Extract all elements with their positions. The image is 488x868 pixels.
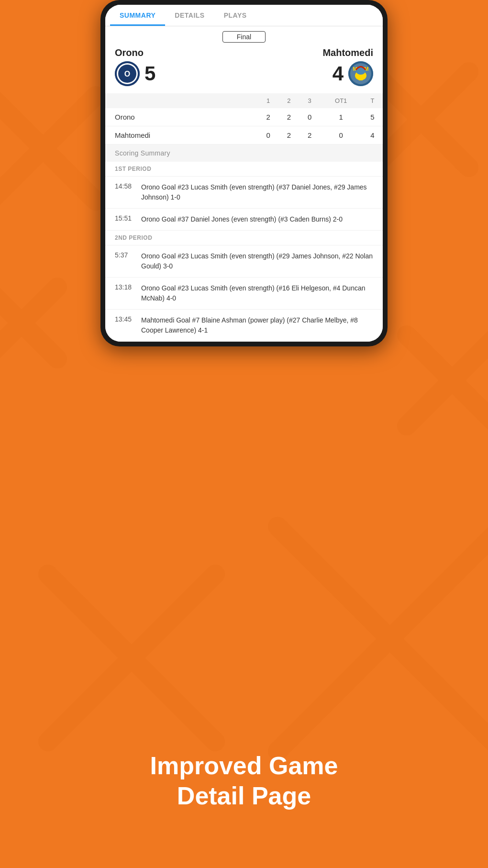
period1-label: 1ST PERIOD bbox=[105, 162, 383, 177]
event-time-3: 5:37 bbox=[115, 251, 141, 271]
event-time-2: 15:51 bbox=[115, 214, 141, 224]
orono-ot1: 1 bbox=[320, 108, 362, 126]
headline-line1: Improved Game bbox=[0, 751, 488, 780]
svg-line-0 bbox=[0, 96, 96, 201]
scoring-event-3: 5:37 Orono Goal #23 Lucas Smith (even st… bbox=[105, 245, 383, 278]
svg-line-3 bbox=[373, 72, 469, 167]
home-score-row: O 5 bbox=[115, 61, 155, 86]
mahtomedi-p2: 2 bbox=[278, 126, 299, 145]
orono-p1: 2 bbox=[258, 108, 278, 126]
total-header: T bbox=[362, 93, 383, 108]
period-header-row: 1 2 3 OT1 T bbox=[105, 93, 383, 108]
tab-plays[interactable]: PLAYS bbox=[214, 5, 256, 26]
phone-frame: SUMMARY DETAILS PLAYS Final Orono bbox=[100, 0, 388, 346]
mahtomedi-score-row: Mahtomedi 0 2 2 0 4 bbox=[105, 126, 383, 145]
phone-screen: SUMMARY DETAILS PLAYS Final Orono bbox=[105, 5, 383, 342]
svg-line-2 bbox=[373, 72, 469, 167]
mahtomedi-p3: 2 bbox=[299, 126, 320, 145]
scoring-event-1: 14:58 Orono Goal #23 Lucas Smith (even s… bbox=[105, 177, 383, 209]
tab-summary[interactable]: SUMMARY bbox=[110, 5, 165, 26]
svg-line-10 bbox=[277, 526, 488, 751]
orono-p2: 2 bbox=[278, 108, 299, 126]
event-desc-3: Orono Goal #23 Lucas Smith (even strengt… bbox=[141, 251, 373, 271]
ot1-header: OT1 bbox=[320, 93, 362, 108]
tab-details[interactable]: DETAILS bbox=[165, 5, 214, 26]
period1-header: 1 bbox=[258, 93, 278, 108]
svg-line-11 bbox=[277, 526, 488, 751]
orono-score-row: Orono 2 2 0 1 5 bbox=[105, 108, 383, 126]
scoring-event-4: 13:18 Orono Goal #23 Lucas Smith (even s… bbox=[105, 278, 383, 310]
svg-line-1 bbox=[0, 96, 96, 201]
event-desc-5: Mahtomedi Goal #7 Blaine Ashman (power p… bbox=[141, 315, 373, 335]
event-time-5: 13:45 bbox=[115, 315, 141, 335]
period2-header: 2 bbox=[278, 93, 299, 108]
svg-line-8 bbox=[48, 574, 215, 742]
away-score-row: 4 MHTM bbox=[333, 61, 373, 86]
away-team-name: Mahtomedi bbox=[322, 47, 373, 58]
home-team-name: Orono bbox=[115, 47, 144, 58]
mahtomedi-team-cell: Mahtomedi bbox=[105, 126, 258, 145]
period-scores-table: 1 2 3 OT1 T Orono 2 2 0 1 5 Mahtomedi bbox=[105, 93, 383, 145]
headline-line2: Detail Page bbox=[0, 781, 488, 811]
period3-header: 3 bbox=[299, 93, 320, 108]
orono-logo: O bbox=[115, 61, 140, 86]
tab-bar: SUMMARY DETAILS PLAYS bbox=[105, 5, 383, 26]
mahtomedi-ot1: 0 bbox=[320, 126, 362, 145]
team-col-header bbox=[105, 93, 258, 108]
mahtomedi-total: 4 bbox=[362, 126, 383, 145]
event-desc-1: Orono Goal #23 Lucas Smith (even strengt… bbox=[141, 182, 373, 202]
away-team: Mahtomedi 4 MHTM bbox=[322, 47, 373, 86]
event-time-4: 13:18 bbox=[115, 283, 141, 303]
svg-line-4 bbox=[0, 287, 57, 359]
orono-p3: 0 bbox=[299, 108, 320, 126]
orono-team-cell: Orono bbox=[105, 108, 258, 126]
orono-total: 5 bbox=[362, 108, 383, 126]
svg-line-5 bbox=[0, 287, 57, 359]
event-desc-4: Orono Goal #23 Lucas Smith (even strengt… bbox=[141, 283, 373, 303]
scoring-event-2: 15:51 Orono Goal #37 Daniel Jones (even … bbox=[105, 209, 383, 231]
svg-line-6 bbox=[407, 335, 488, 426]
scoring-event-5: 13:45 Mahtomedi Goal #7 Blaine Ashman (p… bbox=[105, 310, 383, 342]
svg-text:O: O bbox=[124, 70, 130, 78]
period2-label: 2ND PERIOD bbox=[105, 231, 383, 245]
game-status-badge: Final bbox=[222, 31, 266, 43]
mahtomedi-p1: 0 bbox=[258, 126, 278, 145]
event-time-1: 14:58 bbox=[115, 182, 141, 202]
svg-line-9 bbox=[48, 574, 215, 742]
score-section: Final Orono O bbox=[105, 26, 383, 93]
home-team: Orono O 5 bbox=[115, 47, 155, 86]
svg-rect-20 bbox=[359, 78, 363, 80]
scoring-summary-header: Scoring Summary bbox=[105, 145, 383, 162]
teams-score-row: Orono O 5 bbox=[115, 47, 373, 86]
home-team-score: 5 bbox=[144, 62, 155, 85]
svg-line-7 bbox=[407, 335, 488, 426]
away-team-score: 4 bbox=[333, 62, 344, 85]
mahtomedi-logo: MHTM bbox=[348, 61, 373, 86]
bottom-headline: Improved Game Detail Page bbox=[0, 751, 488, 811]
event-desc-2: Orono Goal #37 Daniel Jones (even streng… bbox=[141, 214, 343, 224]
